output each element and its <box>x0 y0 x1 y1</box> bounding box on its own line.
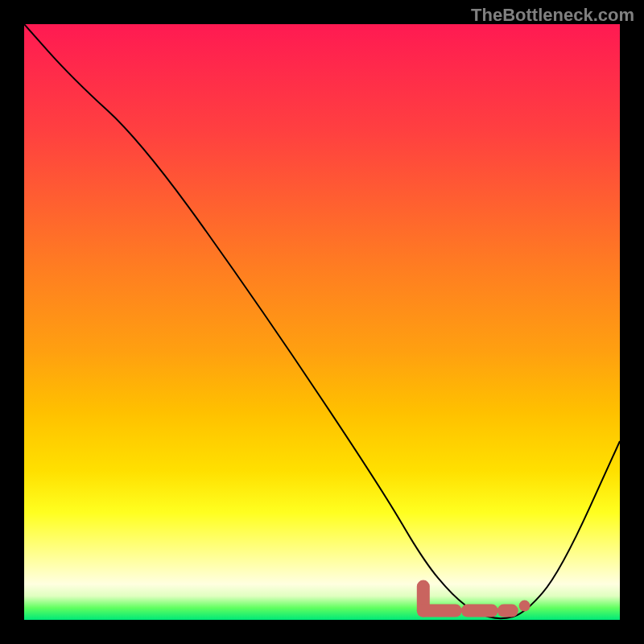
optimal-range-marker <box>423 587 530 612</box>
attribution-text: TheBottleneck.com <box>471 5 634 26</box>
bottleneck-curve-svg <box>24 24 620 620</box>
bottleneck-curve-line <box>24 24 620 618</box>
svg-point-0 <box>519 601 530 612</box>
chart-plot-area <box>24 24 620 620</box>
